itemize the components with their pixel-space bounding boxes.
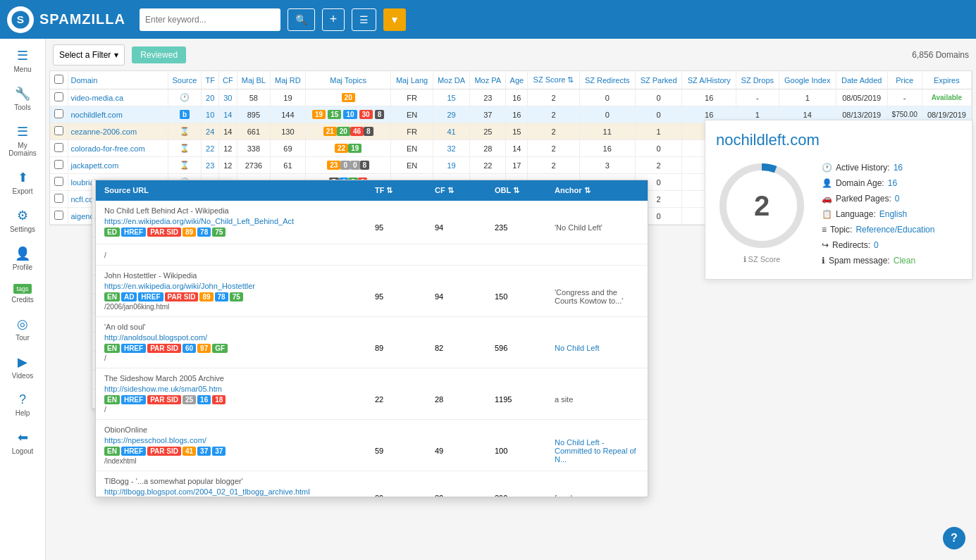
age-cell: 16	[506, 106, 528, 123]
backlink-url[interactable]: https://en.wikipedia.org/wiki/No_Child_L…	[104, 217, 371, 225]
parked-pages-item: 🚗 Parked Pages: 0	[822, 191, 934, 206]
col-sz-redirects[interactable]: SZ Redirects	[579, 71, 635, 89]
col-moz-da[interactable]: Moz DA	[433, 71, 470, 89]
sidebar-item-videos[interactable]: ▶ Videos	[0, 349, 45, 385]
row-checkbox[interactable]	[54, 143, 63, 152]
domain-cell[interactable]: colorado-for-free.com	[68, 140, 168, 157]
row-checkbox[interactable]	[54, 177, 63, 186]
col-sz-drops[interactable]: SZ Drops	[736, 71, 779, 89]
backlink-title: TlBogg - '...a somewhat popular blogger'	[104, 477, 639, 485]
spam-value: Clean	[894, 256, 915, 266]
col-date-added[interactable]: Date Added	[836, 71, 887, 89]
col-moz-pa[interactable]: Moz PA	[470, 71, 506, 89]
maj-rd-cell: 144	[271, 106, 306, 123]
tf-val: 89	[375, 344, 431, 352]
row-checkbox[interactable]	[54, 109, 63, 118]
popup-cf-label[interactable]: CF ⇅	[435, 186, 491, 195]
sidebar: ☰ Menu 🔧 Tools ☰ My Domains ⬆ Export ⚙ S…	[0, 39, 46, 560]
row-checkbox[interactable]	[54, 160, 63, 169]
popup-obl-label[interactable]: OBL ⇅	[495, 186, 551, 195]
filter-select[interactable]: Select a Filter ▾	[53, 44, 125, 66]
search-button[interactable]: 🔍	[288, 8, 315, 31]
reviewed-button[interactable]: Reviewed	[132, 46, 186, 63]
backlink-badges: EN HREF PAR SID 60 97 GF	[104, 344, 371, 353]
domain-cell[interactable]: nochildleft.com	[68, 106, 168, 123]
col-sz-score[interactable]: SZ Score ⇅	[528, 71, 579, 89]
age-cell: 15	[506, 123, 528, 140]
badge: HREF	[121, 447, 146, 456]
col-sz-ahistory[interactable]: SZ A/History	[682, 71, 736, 89]
sidebar-label-tools: Tools	[14, 104, 30, 111]
col-source[interactable]: Source	[168, 71, 202, 89]
col-age[interactable]: Age	[506, 71, 528, 89]
domain-cell[interactable]: cezanne-2006.com	[68, 123, 168, 140]
col-sz-parked[interactable]: SZ Parked	[635, 71, 682, 89]
sidebar-item-export[interactable]: ⬆ Export	[0, 164, 45, 201]
logo-icon: S	[7, 6, 34, 33]
tf-cell: 23	[202, 157, 219, 174]
search-input[interactable]	[140, 8, 280, 31]
col-tf[interactable]: TF	[202, 71, 219, 89]
backlink-path: /	[104, 406, 371, 413]
list-button[interactable]: ☰	[352, 8, 376, 31]
popup-anchor-label[interactable]: Anchor ⇅	[555, 186, 639, 195]
backlink-path: /2006/jan06king.html	[104, 303, 371, 311]
col-maj-topics[interactable]: Maj Topics	[305, 71, 391, 89]
spam-label: Spam message:	[829, 256, 890, 266]
col-expires[interactable]: Expires	[922, 71, 971, 89]
popup-body[interactable]: No Child Left Behind Act - Wikipedia htt…	[96, 201, 648, 497]
filter-button[interactable]: ▼	[383, 8, 406, 31]
sidebar-item-tour[interactable]: ◎ Tour	[0, 311, 45, 347]
backlink-url[interactable]: http://sideshow.me.uk/smar05.htm	[104, 385, 371, 393]
sz-score-icon: ℹ	[743, 255, 746, 263]
moz-da-cell: 29	[433, 106, 470, 123]
row-checkbox[interactable]	[54, 194, 63, 203]
backlink-url[interactable]: https://npesschool.blogs.com/	[104, 436, 371, 444]
sidebar-item-my-domains[interactable]: ☰ My Domains	[0, 118, 45, 163]
lang-cell: EN	[391, 140, 433, 157]
add-button[interactable]: +	[322, 8, 345, 31]
topics-cell: 2219	[305, 140, 391, 157]
score-display: 2	[754, 190, 770, 222]
select-all-checkbox[interactable]	[54, 75, 63, 84]
row-checkbox[interactable]	[54, 126, 63, 135]
sidebar-item-help[interactable]: ? Help	[0, 387, 45, 423]
sidebar-item-tools[interactable]: 🔧 Tools	[0, 80, 45, 117]
badge: 75	[212, 228, 226, 237]
sz-redirects-cell: 0	[579, 106, 635, 123]
domain-count: 6,856 Domains	[912, 50, 969, 60]
expires-cell: Available	[922, 89, 971, 106]
sidebar-item-profile[interactable]: 👤 Profile	[0, 240, 45, 277]
spam-item: ℹ Spam message: Clean	[822, 253, 934, 268]
domain-cell[interactable]: jackapett.com	[68, 157, 168, 174]
popup-tf-label[interactable]: TF ⇅	[375, 186, 431, 195]
topics-cell: 20	[305, 89, 391, 106]
backlink-path: /	[104, 354, 371, 362]
sidebar-item-credits[interactable]: tags Credits	[0, 278, 45, 309]
row-checkbox[interactable]	[54, 92, 63, 101]
badge: ED	[104, 228, 120, 237]
col-maj-rd[interactable]: Maj RD	[271, 71, 306, 89]
sidebar-item-menu[interactable]: ☰ Menu	[0, 42, 45, 79]
badge: PAR SID	[147, 395, 181, 404]
col-price[interactable]: Price	[887, 71, 922, 89]
col-cf[interactable]: CF	[218, 71, 237, 89]
sidebar-item-logout[interactable]: ⬅ Logout	[0, 424, 45, 461]
backlink-badges: EN AD HREF PAR SID 89 78 75	[104, 292, 371, 301]
sidebar-item-settings[interactable]: ⚙ Settings	[0, 202, 45, 239]
col-google-index[interactable]: Google Index	[779, 71, 836, 89]
domain-cell[interactable]: video-media.ca	[68, 89, 168, 106]
row-checkbox[interactable]	[54, 211, 63, 220]
help-icon: ?	[19, 392, 26, 407]
backlink-url[interactable]: http://anoldsoul.blogspot.com/	[104, 333, 371, 342]
help-float-button[interactable]: ?	[943, 527, 965, 549]
col-domain[interactable]: Domain	[68, 71, 168, 89]
sz-score-cell: 2	[528, 157, 579, 174]
badge: 78	[197, 228, 211, 237]
sz-parked-cell: 2	[635, 157, 682, 174]
col-maj-bl[interactable]: Maj BL	[237, 71, 270, 89]
backlink-item: The Sideshow March 2005 Archive http://s…	[96, 368, 648, 420]
col-maj-lang[interactable]: Maj Lang	[391, 71, 433, 89]
backlink-url[interactable]: https://en.wikipedia.org/wiki/John_Hoste…	[104, 282, 371, 290]
backlink-url[interactable]: http://tlbogg.blogspot.com/2004_02_01_tl…	[104, 487, 371, 496]
